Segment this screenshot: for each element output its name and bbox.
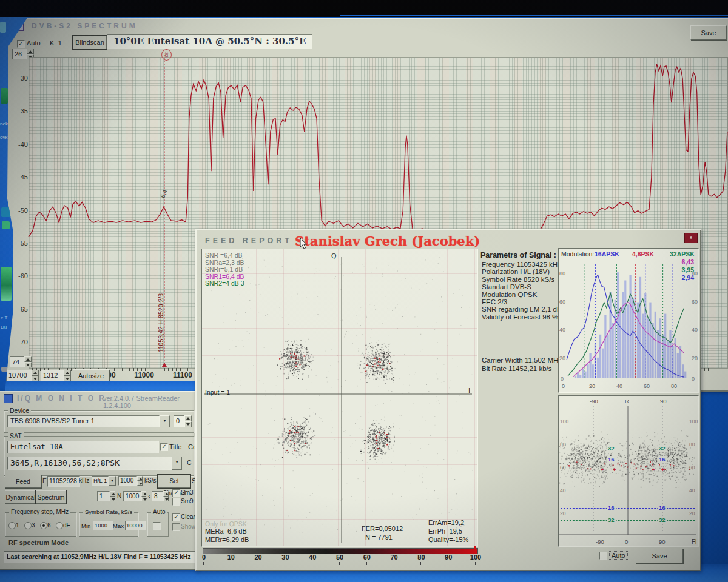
polarization-dropdown[interactable]: H/L 1▼: [92, 476, 116, 486]
sm9-checkbox[interactable]: [172, 498, 180, 506]
n1-spinner[interactable]: 1: [97, 491, 115, 501]
show-checkbox[interactable]: [172, 523, 180, 531]
device-dropdown[interactable]: TBS 6908 DVBS/S2 Tuner 1▼: [7, 415, 170, 427]
freq-step-radio[interactable]: [56, 522, 63, 529]
phase-y-label: 40: [560, 487, 565, 493]
status-bar: Last searching at 11052,9MHz H/L 18V Fin…: [4, 551, 198, 563]
spectrum-button[interactable]: Spectrum: [36, 490, 66, 504]
close-button[interactable]: x: [684, 233, 698, 243]
quality-scale-label: 20: [251, 554, 266, 561]
device-index-spinner[interactable]: 0: [174, 415, 192, 427]
channel-dropdown[interactable]: 3645,R,16130,56,S2;8PSK▼: [7, 457, 182, 470]
save-button-bottom[interactable]: Save: [636, 549, 683, 563]
freq-step-radio[interactable]: [40, 522, 47, 529]
dynamical-button[interactable]: Dynamical: [5, 490, 36, 504]
phase-threshold-label: 16: [607, 504, 616, 511]
n2-spinner[interactable]: 1000: [123, 491, 146, 501]
signal-param-line: Modulation QPSK: [482, 291, 562, 298]
signal-param-line: Frequency 11053425 kHz: [482, 261, 562, 268]
y-axis-tick: -40: [7, 141, 28, 148]
desktop-icon[interactable]: [1, 88, 8, 104]
clear-checkbox[interactable]: [172, 513, 180, 521]
phase-threshold-line: [561, 449, 695, 449]
phase-y-label: 20: [689, 510, 695, 517]
quality-scale-label: 30: [278, 554, 292, 561]
phase-threshold-label: 32: [658, 517, 667, 523]
snr-line: SNR2=4 dB 3: [205, 280, 244, 287]
hist-zero-label: 0: [692, 376, 695, 382]
phase-threshold-line: [561, 508, 695, 509]
title-checkbox[interactable]: [160, 443, 168, 451]
frequency-field[interactable]: 11052928: [47, 476, 80, 487]
hist-y-label: 20: [559, 355, 565, 361]
c-partial-label: C: [187, 459, 192, 466]
signal-param-line: Polarization H/L (18V): [482, 268, 562, 275]
bit-rate-value: Bit Rate 11452,21 kb/s: [482, 365, 552, 372]
i-axis-label: I: [468, 387, 470, 394]
signal-param-line: Validity of Forecast 98 %: [482, 313, 562, 321]
y-axis-tick: -45: [7, 173, 28, 181]
span-spinner[interactable]: 1312: [41, 370, 71, 381]
quality-scale-tick: [448, 562, 448, 565]
phase-bottom-label: 0: [625, 538, 628, 545]
quality-scale-label: 90: [441, 554, 456, 561]
freq-step-radio[interactable]: [8, 522, 16, 529]
iq-monitor-window: I/Q M O N I T O R ver.2.4.0.7 StreamRead…: [0, 391, 199, 570]
constellation-scatter: [201, 249, 477, 546]
n3-spinner[interactable]: 8: [152, 491, 169, 501]
erram-value: ErrAm=19,2: [428, 519, 464, 526]
quality-scale-tick: [203, 562, 204, 565]
phase-auto-checkbox[interactable]: [599, 552, 607, 560]
quality-scale-label: 70: [387, 554, 402, 561]
phase-red-marker: +: [652, 467, 655, 473]
n-label: N: [117, 493, 121, 500]
modulation-histogram: [563, 259, 693, 381]
iq-window-title: I/Q M O N I T O R: [17, 394, 106, 403]
desktop-icon[interactable]: [0, 22, 6, 33]
phase-y-label: 60: [689, 464, 695, 470]
signal-param-line: Symbol Rate 8520 kS/s: [482, 276, 562, 283]
auto-sr-checkbox[interactable]: [153, 522, 161, 530]
phase-auto-label: Auto: [609, 551, 628, 560]
carrier-width-value: Carrier Width 11,502 MHz: [482, 356, 562, 364]
snr-line: SNR =6,4 dB: [205, 252, 244, 259]
symbolrate-spinner[interactable]: 1000: [118, 476, 143, 486]
fer-value: FER=0,05012: [362, 525, 403, 532]
freq-step-radio[interactable]: [24, 522, 32, 529]
level-bottom-spinner[interactable]: 74: [10, 356, 32, 367]
rf-mode-label: RF spectrum Mode: [8, 539, 69, 546]
hist-y-label: 80: [559, 270, 565, 276]
sat-name-field[interactable]: Eutelsat 10A: [7, 441, 159, 453]
phase-red-marker: +: [661, 467, 664, 473]
set-channel-button[interactable]: Set Channel: [158, 475, 190, 488]
feed-report-title: FEED REPORT: [205, 236, 292, 245]
y-axis-tick: -70: [7, 338, 28, 346]
phase-top-label: -90: [590, 398, 598, 404]
hist-x-label: 40: [616, 383, 622, 389]
quality-value: Quality=-15%: [428, 536, 468, 543]
q-axis-label: Q: [331, 252, 337, 259]
min-field[interactable]: 1000: [93, 521, 113, 530]
phase-y-label: 20: [560, 510, 565, 517]
hist-x-label: 60: [644, 383, 650, 389]
quality-scale-label: 0: [197, 554, 211, 561]
hist-x-label: 80: [671, 383, 677, 389]
feed-report-button[interactable]: Feed Report: [5, 475, 41, 488]
only-qpsk-label: Only for QPSK:: [205, 520, 249, 527]
hist-zero-label: 0: [561, 376, 564, 382]
desktop-icon[interactable]: [1, 267, 12, 301]
quality-scale-label: 10: [224, 554, 238, 561]
max-field[interactable]: 10000: [125, 521, 146, 530]
start-frequency-spinner[interactable]: 10700: [6, 370, 39, 381]
sm3-checkbox[interactable]: [172, 489, 180, 497]
mera-value: MERa=6,6 dB: [205, 527, 247, 535]
signal-param-line: Standart DVB-S: [482, 283, 562, 290]
signal-param-line: SNR regarding LM 2,1 dB: [482, 306, 562, 313]
hist-y-label: 60: [692, 299, 698, 305]
min-label: Min: [81, 523, 90, 529]
hist-y-label: 40: [692, 327, 698, 333]
desktop-icon[interactable]: [2, 221, 10, 229]
phase-threshold-label: 32: [607, 517, 616, 523]
phase-y-label: 60: [560, 464, 565, 470]
freq-step-radio-label: dF: [63, 522, 70, 529]
